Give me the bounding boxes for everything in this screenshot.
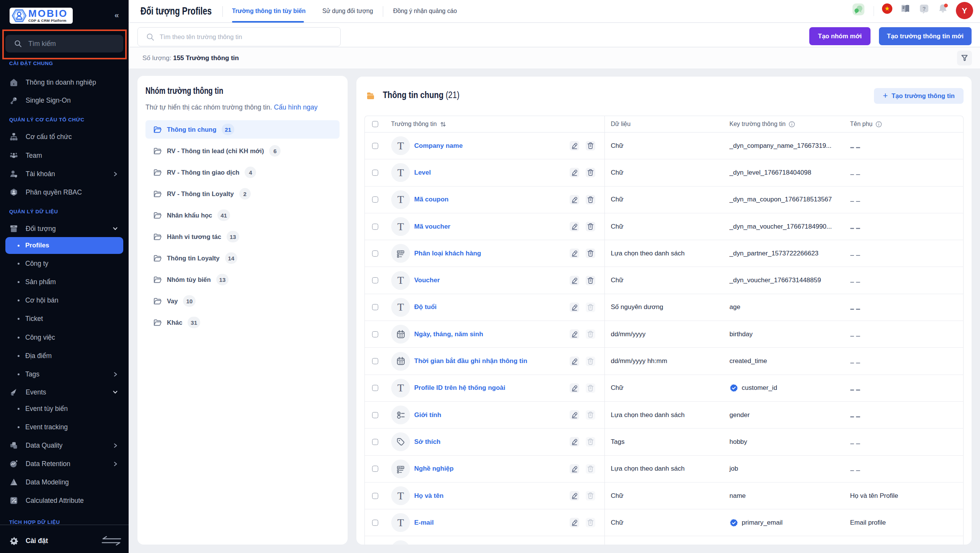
svg-text:?: ? bbox=[923, 6, 926, 12]
